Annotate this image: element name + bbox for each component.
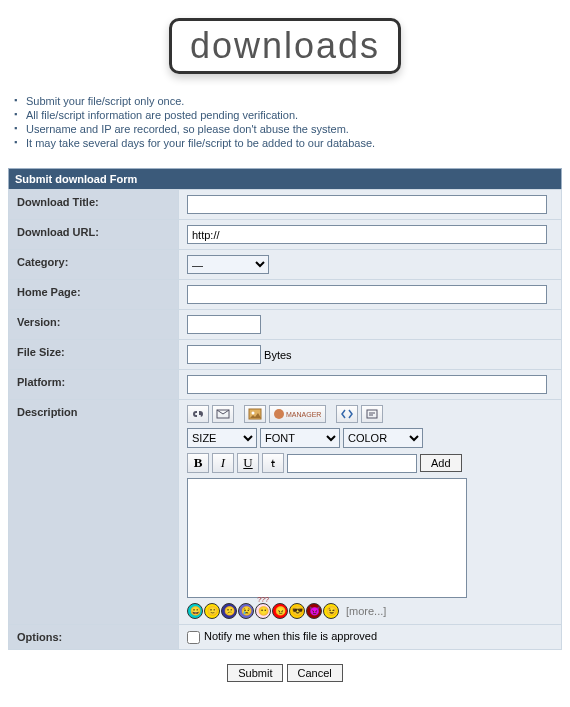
platform-input[interactable] [187, 375, 547, 394]
svg-point-2 [252, 412, 255, 415]
download-url-input[interactable] [187, 225, 547, 244]
homepage-label: Home Page: [9, 280, 179, 310]
category-select[interactable]: — [187, 255, 269, 274]
download-title-input[interactable] [187, 195, 547, 214]
strike-button[interactable]: t [262, 453, 284, 473]
emoji-icon[interactable]: 😢 [238, 603, 254, 619]
note-item: It may take several days for your file/s… [14, 136, 562, 150]
description-textarea[interactable] [187, 478, 467, 598]
form-header: Submit download Form [9, 169, 562, 190]
size-select[interactable]: SIZE [187, 428, 257, 448]
version-input[interactable] [187, 315, 261, 334]
platform-label: Platform: [9, 370, 179, 400]
emoji-icon[interactable]: 😀 [187, 603, 203, 619]
underline-button[interactable]: U [237, 453, 259, 473]
emoji-icon[interactable]: ???😶 [255, 603, 271, 619]
quote-icon[interactable] [361, 405, 383, 423]
emoji-icon[interactable]: 😈 [306, 603, 322, 619]
emoji-icon[interactable]: 😎 [289, 603, 305, 619]
filesize-label: File Size: [9, 340, 179, 370]
filesize-input[interactable] [187, 345, 261, 364]
homepage-input[interactable] [187, 285, 547, 304]
note-item: All file/script information are posted p… [14, 108, 562, 122]
logo-text: downloads [190, 25, 380, 66]
filesize-unit: Bytes [264, 349, 292, 361]
logo-box: downloads [169, 18, 401, 74]
italic-button[interactable]: I [212, 453, 234, 473]
notify-label: Notify me when this file is approved [204, 630, 377, 642]
bold-button[interactable]: B [187, 453, 209, 473]
note-item: Username and IP are recorded, so please … [14, 122, 562, 136]
email-icon[interactable] [212, 405, 234, 423]
options-label: Options: [9, 625, 179, 650]
font-select[interactable]: FONT [260, 428, 340, 448]
emoji-icon[interactable]: 😉 [323, 603, 339, 619]
emoji-icon[interactable]: 😠 [272, 603, 288, 619]
notes-list: Submit your file/script only once. All f… [14, 94, 562, 150]
link-icon[interactable] [187, 405, 209, 423]
emoji-icon[interactable]: 🙂 [204, 603, 220, 619]
more-emoji-link[interactable]: [more...] [346, 605, 386, 617]
add-button[interactable]: Add [420, 454, 462, 472]
category-label: Category: [9, 250, 179, 280]
editor-url-input[interactable] [287, 454, 417, 473]
manager-icon[interactable]: MANAGER [269, 405, 326, 423]
emoji-row: 😀 🙂 😕 😢 ???😶 😠 😎 😈 😉 [more...] [187, 603, 553, 619]
description-label: Description [9, 400, 179, 625]
image-icon[interactable] [244, 405, 266, 423]
submit-form: Submit download Form Download Title: Dow… [8, 168, 562, 650]
submit-button[interactable]: Submit [227, 664, 283, 682]
emoji-icon[interactable]: 😕 [221, 603, 237, 619]
note-item: Submit your file/script only once. [14, 94, 562, 108]
code-icon[interactable] [336, 405, 358, 423]
page-logo: downloads [8, 18, 562, 74]
cancel-button[interactable]: Cancel [287, 664, 343, 682]
download-url-label: Download URL: [9, 220, 179, 250]
version-label: Version: [9, 310, 179, 340]
notify-checkbox[interactable] [187, 631, 200, 644]
color-select[interactable]: COLOR [343, 428, 423, 448]
svg-rect-3 [367, 410, 377, 418]
download-title-label: Download Title: [9, 190, 179, 220]
